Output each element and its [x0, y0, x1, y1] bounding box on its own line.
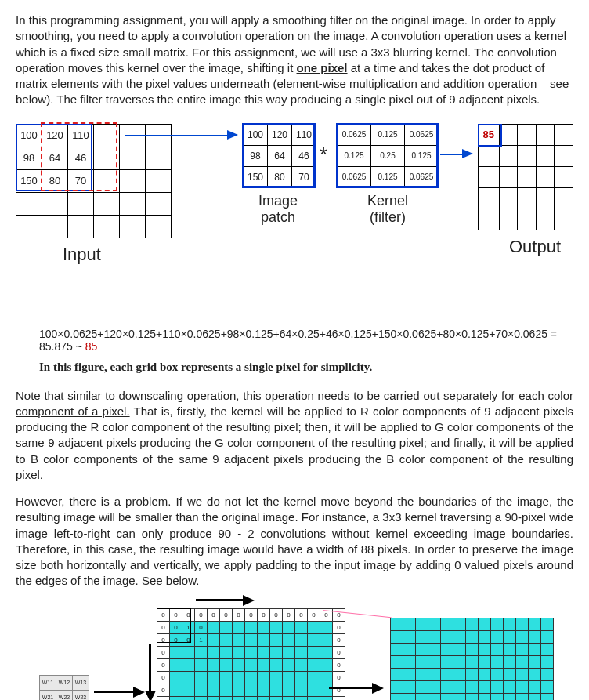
- padding-figure: W11W12W13 W21W22W23 W31W32W33 3×3 Kernel…: [16, 600, 573, 701]
- intro-paragraph: In this programming assignment, you will…: [16, 13, 573, 108]
- input-kernel-shift-overlay: [41, 122, 117, 191]
- conv-operator: *: [320, 143, 327, 167]
- convolution-figure: 100120110 986446 1508070 Input 100120110…: [16, 119, 573, 323]
- figure1-caption: In this figure, each grid box represents…: [39, 361, 573, 374]
- equation-text: 100×0.0625+120×0.125+110×0.0625+98×0.125…: [39, 328, 573, 353]
- padding-paragraph: However, there is a problem. If we do no…: [16, 494, 573, 589]
- arrow-to-patch-line: [125, 135, 227, 136]
- output-label: Output: [509, 237, 561, 257]
- note-paragraph: Note that similar to downscaling operati…: [16, 388, 573, 484]
- arrow-to-output-head: [462, 149, 473, 158]
- patch-outline: [242, 123, 316, 188]
- small-kernel-grid: W11W12W13 W21W22W23 W31W32W33: [39, 675, 89, 701]
- kernel-label: Kernel (filter): [352, 193, 423, 226]
- output-image-grid: [390, 618, 554, 701]
- arrow-to-patch-head: [227, 130, 238, 140]
- patch-label: Image patch: [243, 193, 313, 226]
- kernel-pos-tl: [157, 608, 191, 643]
- kernel-outline: [336, 123, 439, 188]
- one-pixel-emph: one pixel: [297, 61, 348, 74]
- output-pixel-outline: [478, 124, 502, 147]
- input-label: Input: [63, 245, 101, 265]
- arrow-to-output-line: [440, 154, 462, 155]
